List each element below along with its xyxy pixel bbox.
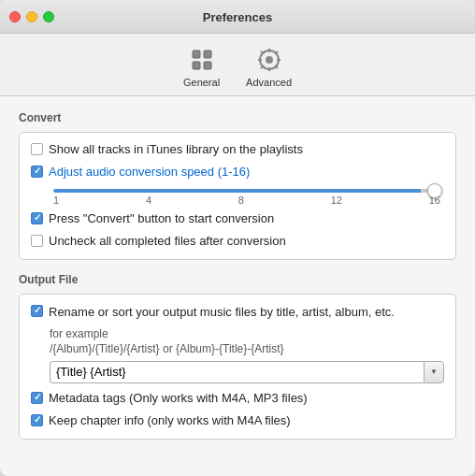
chapter-checkbox[interactable] (31, 414, 43, 426)
close-button[interactable] (9, 11, 21, 22)
svg-rect-2 (193, 62, 200, 69)
show-all-tracks-checkbox[interactable] (31, 143, 43, 155)
preferences-window: Preferences General (0, 0, 475, 476)
uncheck-completed-checkbox[interactable] (31, 235, 43, 247)
slider-labels: 1 4 8 12 16 (53, 193, 440, 208)
rename-checkbox[interactable] (31, 305, 43, 317)
metadata-row: Metadata tags (Only works with M4A, MP3 … (31, 391, 444, 407)
slider-track (53, 189, 440, 193)
uncheck-completed-row: Uncheck all completed files after conver… (31, 234, 444, 250)
format-input-row (50, 361, 444, 383)
slider-label-8: 8 (238, 195, 244, 206)
slider-label-12: 12 (331, 195, 342, 206)
slider-label-1: 1 (53, 195, 59, 206)
maximize-button[interactable] (43, 11, 54, 22)
press-convert-label: Press "Convert" button to start conversi… (49, 211, 274, 227)
general-icon (187, 45, 217, 75)
slider-thumb[interactable] (427, 183, 442, 198)
svg-rect-0 (193, 50, 200, 58)
uncheck-completed-label: Uncheck all completed files after conver… (49, 234, 286, 250)
press-convert-row: Press "Convert" button to start conversi… (31, 211, 444, 227)
output-section: Rename or sort your output music files b… (19, 294, 456, 440)
svg-rect-1 (204, 50, 211, 58)
output-section-title: Output File (19, 273, 456, 286)
slider-container: 1 4 8 12 16 (53, 189, 440, 208)
toolbar: General Advanced (0, 34, 475, 96)
main-content: Convert Show all tracks in iTunes librar… (0, 96, 475, 476)
slider-label-4: 4 (146, 195, 151, 206)
convert-section-title: Convert (19, 111, 456, 124)
svg-point-5 (266, 56, 273, 64)
rename-label: Rename or sort your output music files b… (49, 304, 395, 321)
svg-rect-3 (204, 62, 211, 69)
show-all-tracks-label: Show all tracks in iTunes library on the… (49, 142, 303, 158)
metadata-checkbox[interactable] (31, 392, 43, 404)
general-label: General (183, 77, 220, 88)
show-all-tracks-row: Show all tracks in iTunes library on the… (31, 142, 444, 158)
example-format: /{Album}/{Title}/{Artist} or {Album}-{Ti… (50, 342, 444, 355)
chapter-label: Keep chapter info (only works with M4A f… (49, 413, 291, 429)
slider-area: 1 4 8 12 16 (31, 187, 444, 211)
window-title: Preferences (203, 10, 272, 24)
adjust-audio-text: Adjust audio conversion speed (1-16) (49, 165, 250, 179)
example-prefix: for example (50, 327, 444, 340)
metadata-label: Metadata tags (Only works with M4A, MP3 … (49, 391, 308, 407)
traffic-lights (9, 11, 54, 22)
press-convert-checkbox[interactable] (31, 212, 43, 224)
toolbar-item-general[interactable]: General (170, 41, 233, 95)
advanced-label: Advanced (246, 77, 292, 88)
toolbar-item-advanced[interactable]: Advanced (233, 41, 305, 95)
chapter-row: Keep chapter info (only works with M4A f… (31, 413, 444, 429)
convert-section: Show all tracks in iTunes library on the… (19, 132, 456, 260)
format-input[interactable] (50, 361, 424, 383)
advanced-icon (254, 45, 284, 75)
titlebar: Preferences (0, 0, 475, 34)
adjust-audio-label: Adjust audio conversion speed (1-16) (49, 165, 250, 180)
adjust-audio-row: Adjust audio conversion speed (1-16) (31, 165, 444, 180)
adjust-audio-checkbox[interactable] (31, 166, 43, 178)
rename-row: Rename or sort your output music files b… (31, 304, 444, 321)
format-dropdown-button[interactable] (424, 361, 444, 383)
minimize-button[interactable] (26, 11, 37, 22)
